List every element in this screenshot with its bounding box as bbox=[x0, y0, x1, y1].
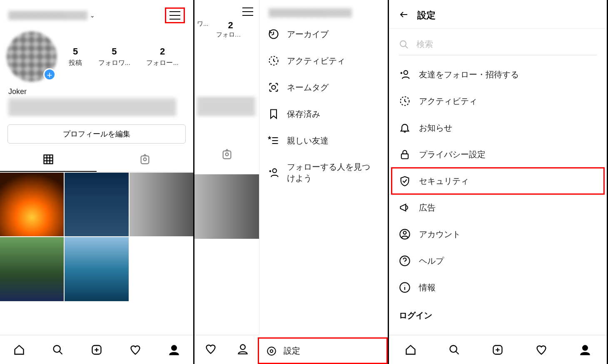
settings-notifications[interactable]: お知らせ bbox=[389, 114, 607, 141]
svg-point-7 bbox=[54, 345, 60, 352]
post-thumbnail[interactable] bbox=[0, 237, 64, 301]
stat-following-label: フォロー... bbox=[216, 31, 245, 39]
nav-activity[interactable] bbox=[129, 344, 142, 356]
nav-search[interactable] bbox=[52, 344, 64, 356]
settings-privacy[interactable]: プライバシー設定 bbox=[389, 141, 607, 168]
stat-posts-label: 投稿 bbox=[69, 59, 82, 67]
stat-following-count: 2 bbox=[216, 20, 245, 31]
nav-profile[interactable] bbox=[237, 343, 249, 357]
avatar[interactable]: + bbox=[7, 32, 57, 82]
add-person-icon bbox=[268, 167, 279, 178]
bio-text-obscured bbox=[197, 97, 255, 115]
profile-stats-row: + 5 投稿 5 フォロワ... 2 フォロー... bbox=[0, 27, 193, 85]
grid-icon bbox=[42, 154, 54, 165]
menu-button[interactable] bbox=[165, 7, 185, 23]
post-thumbnail[interactable] bbox=[65, 237, 128, 301]
nametag-icon bbox=[268, 82, 279, 93]
nav-home[interactable] bbox=[404, 344, 417, 356]
menu-label: 保存済み bbox=[287, 109, 320, 120]
menu-close-friends[interactable]: 親しい友達 bbox=[259, 127, 388, 154]
username-obscured bbox=[8, 11, 87, 20]
chevron-down-icon: ⌄ bbox=[90, 12, 95, 19]
nav-profile[interactable] bbox=[579, 344, 591, 356]
settings-label: 広告 bbox=[419, 202, 436, 213]
profile-tabs bbox=[0, 149, 193, 172]
settings-account[interactable]: アカウント bbox=[389, 221, 607, 248]
settings-list: 友達をフォロー・招待する アクティビティ お知らせ プライバシー設定 セキュリテ… bbox=[389, 59, 607, 327]
settings-activity[interactable]: アクティビティ bbox=[389, 88, 607, 114]
heart-icon bbox=[205, 343, 217, 355]
svg-line-30 bbox=[405, 46, 408, 48]
add-person-icon bbox=[399, 69, 411, 80]
back-button[interactable] bbox=[399, 10, 409, 21]
settings-search[interactable]: 検索 bbox=[399, 35, 597, 55]
post-thumbnail[interactable] bbox=[194, 174, 259, 239]
svg-point-27 bbox=[270, 349, 273, 352]
profile-bio: Joker bbox=[0, 85, 193, 119]
post-thumbnail[interactable] bbox=[65, 173, 128, 236]
tab-tagged[interactable] bbox=[97, 149, 193, 172]
settings-follow-invite[interactable]: 友達をフォロー・招待する bbox=[389, 61, 607, 88]
plus-square-icon bbox=[492, 344, 503, 356]
stat-posts-count: 5 bbox=[69, 46, 82, 57]
settings-security[interactable]: セキュリティ bbox=[391, 168, 604, 194]
shield-check-icon bbox=[399, 175, 411, 187]
settings-help[interactable]: ヘルプ bbox=[389, 248, 607, 274]
search-placeholder: 検索 bbox=[416, 39, 433, 50]
search-icon bbox=[399, 40, 409, 50]
stat-posts[interactable]: 5 投稿 bbox=[69, 46, 82, 67]
menu-discover-people[interactable]: フォローする人を見つけよう bbox=[259, 154, 388, 191]
edit-profile-button[interactable]: プロフィールを編集 bbox=[7, 124, 186, 144]
settings-ads[interactable]: 広告 bbox=[389, 194, 607, 221]
settings-screen: 設定 検索 友達をフォロー・招待する アクティビティ お知らせ プライバシー設定… bbox=[389, 0, 608, 364]
svg-line-8 bbox=[60, 351, 62, 354]
settings-about[interactable]: 情報 bbox=[389, 274, 607, 301]
post-thumbnail[interactable] bbox=[0, 173, 64, 236]
menu-nametag[interactable]: ネームタグ bbox=[259, 74, 388, 101]
settings-label: 友達をフォロー・招待する bbox=[419, 69, 519, 80]
stat-following[interactable]: 2 フォロー... bbox=[216, 20, 245, 39]
nav-activity[interactable] bbox=[535, 344, 548, 356]
nav-add[interactable] bbox=[90, 344, 103, 356]
archive-icon bbox=[268, 28, 279, 40]
nav-search[interactable] bbox=[448, 344, 461, 356]
stat-followers-label: フォロワ... bbox=[98, 59, 130, 67]
person-icon bbox=[237, 343, 249, 355]
nav-profile[interactable] bbox=[168, 344, 180, 356]
account-icon bbox=[399, 228, 411, 240]
svg-point-6 bbox=[144, 158, 147, 161]
menu-label: アクティビティ bbox=[287, 55, 345, 67]
settings-label: アカウント bbox=[419, 229, 461, 240]
menu-activity[interactable]: アクティビティ bbox=[259, 47, 388, 74]
home-icon bbox=[405, 344, 416, 356]
stat-followers[interactable]: 5 フォロワ... bbox=[98, 46, 130, 67]
settings-label: セキュリティ bbox=[419, 176, 469, 187]
svg-point-14 bbox=[225, 153, 228, 156]
svg-point-17 bbox=[272, 85, 275, 89]
add-story-icon[interactable]: + bbox=[43, 68, 56, 81]
stat-following[interactable]: 2 フォロー... bbox=[146, 46, 178, 67]
profile-header: ⌄ bbox=[0, 0, 193, 27]
activity-icon bbox=[399, 95, 411, 107]
username-obscured bbox=[269, 8, 352, 17]
tagged-icon[interactable] bbox=[221, 149, 233, 160]
post-thumbnail[interactable] bbox=[130, 173, 193, 236]
nav-home[interactable] bbox=[13, 344, 25, 356]
settings-header: 設定 bbox=[389, 0, 607, 29]
settings-label: プライバシー設定 bbox=[419, 149, 486, 160]
menu-settings[interactable]: 設定 bbox=[258, 337, 388, 364]
nav-activity[interactable] bbox=[205, 343, 217, 357]
menu-saved[interactable]: 保存済み bbox=[259, 101, 388, 127]
username-dropdown[interactable]: ⌄ bbox=[8, 11, 95, 20]
lock-icon bbox=[399, 149, 411, 160]
drawer-menu: アーカイブ アクティビティ ネームタグ 保存済み 親しい友達 フォローする人を見… bbox=[259, 0, 388, 335]
tab-grid[interactable] bbox=[0, 149, 97, 172]
hamburger-icon[interactable] bbox=[242, 7, 253, 16]
bottom-nav bbox=[389, 335, 607, 364]
nav-add[interactable] bbox=[491, 344, 504, 356]
svg-rect-0 bbox=[44, 155, 53, 164]
tagged-icon bbox=[139, 154, 151, 165]
post-grid bbox=[0, 173, 193, 301]
menu-archive[interactable]: アーカイブ bbox=[259, 21, 388, 47]
menu-label: アーカイブ bbox=[287, 29, 329, 40]
